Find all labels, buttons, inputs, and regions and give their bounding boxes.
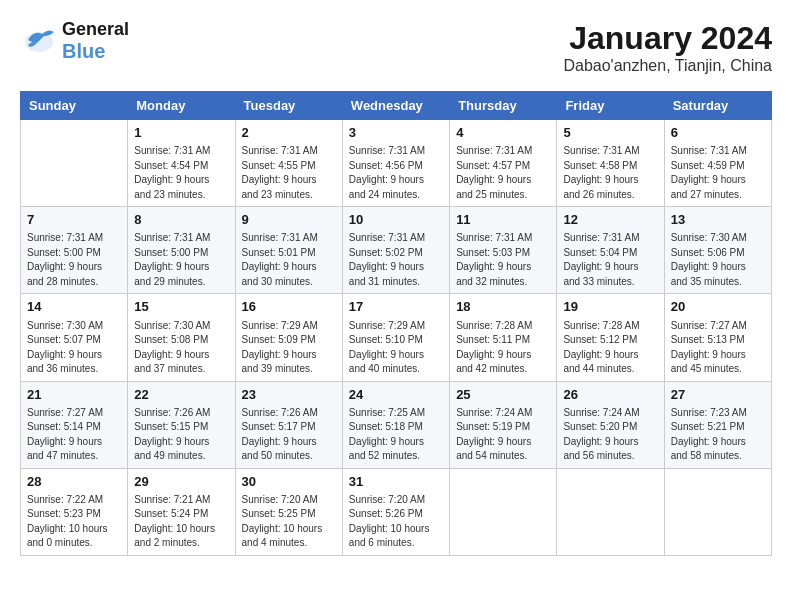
day-info: Sunrise: 7:24 AM Sunset: 5:20 PM Dayligh… xyxy=(563,406,657,464)
day-number: 26 xyxy=(563,386,657,404)
calendar-cell: 10Sunrise: 7:31 AM Sunset: 5:02 PM Dayli… xyxy=(342,207,449,294)
day-info: Sunrise: 7:31 AM Sunset: 5:03 PM Dayligh… xyxy=(456,231,550,289)
day-info: Sunrise: 7:30 AM Sunset: 5:07 PM Dayligh… xyxy=(27,319,121,377)
calendar-cell: 7Sunrise: 7:31 AM Sunset: 5:00 PM Daylig… xyxy=(21,207,128,294)
day-info: Sunrise: 7:30 AM Sunset: 5:08 PM Dayligh… xyxy=(134,319,228,377)
day-info: Sunrise: 7:31 AM Sunset: 5:01 PM Dayligh… xyxy=(242,231,336,289)
day-info: Sunrise: 7:27 AM Sunset: 5:13 PM Dayligh… xyxy=(671,319,765,377)
day-info: Sunrise: 7:28 AM Sunset: 5:11 PM Dayligh… xyxy=(456,319,550,377)
day-number: 18 xyxy=(456,298,550,316)
day-number: 31 xyxy=(349,473,443,491)
weekday-header-thursday: Thursday xyxy=(450,92,557,120)
day-number: 16 xyxy=(242,298,336,316)
day-number: 6 xyxy=(671,124,765,142)
day-info: Sunrise: 7:26 AM Sunset: 5:17 PM Dayligh… xyxy=(242,406,336,464)
day-number: 24 xyxy=(349,386,443,404)
title-block: January 2024 Dabao'anzhen, Tianjin, Chin… xyxy=(563,20,772,75)
weekday-header-tuesday: Tuesday xyxy=(235,92,342,120)
day-number: 29 xyxy=(134,473,228,491)
day-info: Sunrise: 7:24 AM Sunset: 5:19 PM Dayligh… xyxy=(456,406,550,464)
calendar-cell: 5Sunrise: 7:31 AM Sunset: 4:58 PM Daylig… xyxy=(557,120,664,207)
day-number: 22 xyxy=(134,386,228,404)
calendar-cell xyxy=(664,468,771,555)
day-info: Sunrise: 7:31 AM Sunset: 5:00 PM Dayligh… xyxy=(27,231,121,289)
calendar-cell: 14Sunrise: 7:30 AM Sunset: 5:07 PM Dayli… xyxy=(21,294,128,381)
logo: General Blue xyxy=(20,20,129,62)
day-number: 28 xyxy=(27,473,121,491)
weekday-header-sunday: Sunday xyxy=(21,92,128,120)
day-number: 10 xyxy=(349,211,443,229)
day-info: Sunrise: 7:31 AM Sunset: 4:56 PM Dayligh… xyxy=(349,144,443,202)
month-title: January 2024 xyxy=(563,20,772,57)
day-info: Sunrise: 7:20 AM Sunset: 5:26 PM Dayligh… xyxy=(349,493,443,551)
day-number: 9 xyxy=(242,211,336,229)
day-info: Sunrise: 7:23 AM Sunset: 5:21 PM Dayligh… xyxy=(671,406,765,464)
day-info: Sunrise: 7:22 AM Sunset: 5:23 PM Dayligh… xyxy=(27,493,121,551)
calendar-cell: 3Sunrise: 7:31 AM Sunset: 4:56 PM Daylig… xyxy=(342,120,449,207)
day-number: 25 xyxy=(456,386,550,404)
calendar-cell: 9Sunrise: 7:31 AM Sunset: 5:01 PM Daylig… xyxy=(235,207,342,294)
day-number: 15 xyxy=(134,298,228,316)
day-number: 12 xyxy=(563,211,657,229)
day-info: Sunrise: 7:31 AM Sunset: 5:02 PM Dayligh… xyxy=(349,231,443,289)
day-info: Sunrise: 7:28 AM Sunset: 5:12 PM Dayligh… xyxy=(563,319,657,377)
day-info: Sunrise: 7:31 AM Sunset: 5:04 PM Dayligh… xyxy=(563,231,657,289)
calendar-cell: 22Sunrise: 7:26 AM Sunset: 5:15 PM Dayli… xyxy=(128,381,235,468)
calendar-cell: 11Sunrise: 7:31 AM Sunset: 5:03 PM Dayli… xyxy=(450,207,557,294)
day-number: 23 xyxy=(242,386,336,404)
day-number: 20 xyxy=(671,298,765,316)
day-number: 5 xyxy=(563,124,657,142)
calendar-cell: 26Sunrise: 7:24 AM Sunset: 5:20 PM Dayli… xyxy=(557,381,664,468)
day-number: 19 xyxy=(563,298,657,316)
weekday-header-saturday: Saturday xyxy=(664,92,771,120)
calendar-cell: 21Sunrise: 7:27 AM Sunset: 5:14 PM Dayli… xyxy=(21,381,128,468)
calendar-cell xyxy=(21,120,128,207)
calendar-cell: 24Sunrise: 7:25 AM Sunset: 5:18 PM Dayli… xyxy=(342,381,449,468)
day-info: Sunrise: 7:31 AM Sunset: 4:55 PM Dayligh… xyxy=(242,144,336,202)
day-number: 2 xyxy=(242,124,336,142)
day-number: 21 xyxy=(27,386,121,404)
day-info: Sunrise: 7:29 AM Sunset: 5:10 PM Dayligh… xyxy=(349,319,443,377)
calendar-cell xyxy=(450,468,557,555)
weekday-header-wednesday: Wednesday xyxy=(342,92,449,120)
day-info: Sunrise: 7:31 AM Sunset: 5:00 PM Dayligh… xyxy=(134,231,228,289)
calendar-cell: 2Sunrise: 7:31 AM Sunset: 4:55 PM Daylig… xyxy=(235,120,342,207)
calendar-cell: 12Sunrise: 7:31 AM Sunset: 5:04 PM Dayli… xyxy=(557,207,664,294)
calendar-cell: 8Sunrise: 7:31 AM Sunset: 5:00 PM Daylig… xyxy=(128,207,235,294)
day-number: 8 xyxy=(134,211,228,229)
calendar-cell: 15Sunrise: 7:30 AM Sunset: 5:08 PM Dayli… xyxy=(128,294,235,381)
calendar-cell: 19Sunrise: 7:28 AM Sunset: 5:12 PM Dayli… xyxy=(557,294,664,381)
location-title: Dabao'anzhen, Tianjin, China xyxy=(563,57,772,75)
calendar-cell: 6Sunrise: 7:31 AM Sunset: 4:59 PM Daylig… xyxy=(664,120,771,207)
calendar-cell: 23Sunrise: 7:26 AM Sunset: 5:17 PM Dayli… xyxy=(235,381,342,468)
day-info: Sunrise: 7:30 AM Sunset: 5:06 PM Dayligh… xyxy=(671,231,765,289)
weekday-header-row: SundayMondayTuesdayWednesdayThursdayFrid… xyxy=(21,92,772,120)
day-number: 17 xyxy=(349,298,443,316)
calendar-cell: 18Sunrise: 7:28 AM Sunset: 5:11 PM Dayli… xyxy=(450,294,557,381)
day-number: 14 xyxy=(27,298,121,316)
calendar-cell: 4Sunrise: 7:31 AM Sunset: 4:57 PM Daylig… xyxy=(450,120,557,207)
calendar-cell: 20Sunrise: 7:27 AM Sunset: 5:13 PM Dayli… xyxy=(664,294,771,381)
day-number: 7 xyxy=(27,211,121,229)
calendar-cell: 17Sunrise: 7:29 AM Sunset: 5:10 PM Dayli… xyxy=(342,294,449,381)
day-info: Sunrise: 7:26 AM Sunset: 5:15 PM Dayligh… xyxy=(134,406,228,464)
calendar-cell: 31Sunrise: 7:20 AM Sunset: 5:26 PM Dayli… xyxy=(342,468,449,555)
day-number: 4 xyxy=(456,124,550,142)
day-info: Sunrise: 7:31 AM Sunset: 4:59 PM Dayligh… xyxy=(671,144,765,202)
day-info: Sunrise: 7:27 AM Sunset: 5:14 PM Dayligh… xyxy=(27,406,121,464)
week-row-5: 28Sunrise: 7:22 AM Sunset: 5:23 PM Dayli… xyxy=(21,468,772,555)
day-info: Sunrise: 7:29 AM Sunset: 5:09 PM Dayligh… xyxy=(242,319,336,377)
calendar-cell: 25Sunrise: 7:24 AM Sunset: 5:19 PM Dayli… xyxy=(450,381,557,468)
day-number: 30 xyxy=(242,473,336,491)
calendar-cell: 30Sunrise: 7:20 AM Sunset: 5:25 PM Dayli… xyxy=(235,468,342,555)
calendar-cell: 16Sunrise: 7:29 AM Sunset: 5:09 PM Dayli… xyxy=(235,294,342,381)
day-number: 3 xyxy=(349,124,443,142)
logo-text: General Blue xyxy=(62,20,129,62)
logo-bird-icon xyxy=(20,20,58,62)
calendar-cell: 27Sunrise: 7:23 AM Sunset: 5:21 PM Dayli… xyxy=(664,381,771,468)
week-row-4: 21Sunrise: 7:27 AM Sunset: 5:14 PM Dayli… xyxy=(21,381,772,468)
weekday-header-friday: Friday xyxy=(557,92,664,120)
day-info: Sunrise: 7:31 AM Sunset: 4:57 PM Dayligh… xyxy=(456,144,550,202)
week-row-1: 1Sunrise: 7:31 AM Sunset: 4:54 PM Daylig… xyxy=(21,120,772,207)
day-info: Sunrise: 7:31 AM Sunset: 4:58 PM Dayligh… xyxy=(563,144,657,202)
